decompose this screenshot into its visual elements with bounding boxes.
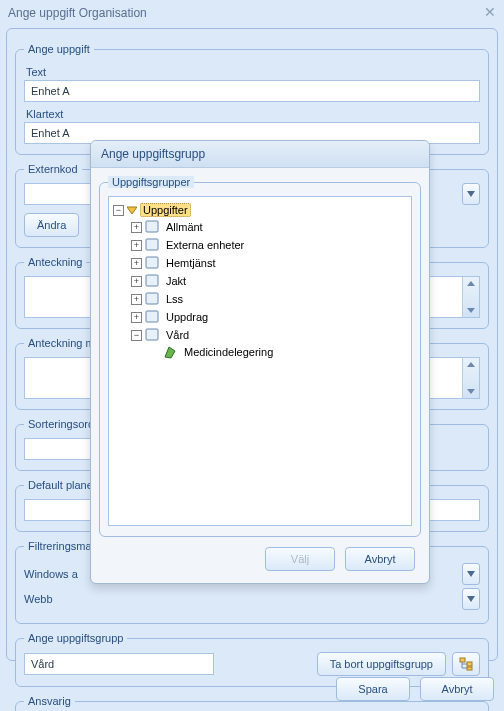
filtrering-webb-dropdown[interactable] <box>462 588 480 610</box>
externkod-legend: Externkod <box>24 163 82 175</box>
tree-picker-button[interactable] <box>452 652 480 676</box>
tree-node-allmant[interactable]: + Allmänt <box>131 219 411 235</box>
folder-icon <box>145 328 161 342</box>
chevron-down-icon <box>467 191 475 197</box>
scrollbar[interactable] <box>462 358 479 398</box>
close-icon[interactable]: ✕ <box>484 4 496 20</box>
filtreringsmall-legend: Filtreringsmall <box>24 540 100 552</box>
folder-icon <box>145 292 161 306</box>
popup-title: Ange uppgiftsgrupp <box>91 141 429 168</box>
dialog-footer: Spara Avbryt <box>336 677 494 701</box>
uppgiftsgrupper-tree[interactable]: − Uppgifter + Allmänt + Exte <box>108 196 412 526</box>
filtrering-webb-label: Webb <box>24 593 99 605</box>
chevron-down-icon <box>467 596 475 602</box>
svg-rect-4 <box>146 239 158 250</box>
tree-node-label: Lss <box>164 293 185 305</box>
filtrering-windows-dropdown[interactable] <box>462 563 480 585</box>
tree-node-label: Medicindelegering <box>182 346 275 358</box>
uppgiftsgrupper-group: Uppgiftsgrupper − Uppgifter + Allmänt <box>99 176 421 537</box>
tree-node-label: Hemtjänst <box>164 257 218 269</box>
chevron-down-icon <box>467 571 475 577</box>
ansvarig-legend: Ansvarig <box>24 695 75 707</box>
externkod-dropdown[interactable] <box>462 183 480 205</box>
tree-node-lss[interactable]: + Lss <box>131 291 411 307</box>
expand-icon[interactable]: + <box>131 222 142 233</box>
uppgiftsgrupp-popup: Ange uppgiftsgrupp Uppgiftsgrupper − Upp… <box>90 140 430 584</box>
valj-button[interactable]: Välj <box>265 547 335 571</box>
leaf-icon <box>163 345 179 359</box>
expand-icon[interactable]: + <box>131 312 142 323</box>
tree-node-label: Jakt <box>164 275 188 287</box>
filtrering-windows-label: Windows a <box>24 568 99 580</box>
tree-node-label: Uppdrag <box>164 311 210 323</box>
avbryt-button[interactable]: Avbryt <box>420 677 494 701</box>
tree-node-label: Allmänt <box>164 221 205 233</box>
svg-rect-9 <box>146 329 158 340</box>
ange-uppgiftsgrupp-legend: Ange uppgiftsgrupp <box>24 632 127 644</box>
svg-rect-5 <box>146 257 158 268</box>
default-plane-legend: Default plane <box>24 479 97 491</box>
tree-node-hemtjanst[interactable]: + Hemtjänst <box>131 255 411 271</box>
tree-node-label: Uppgifter <box>140 203 191 217</box>
uppgiftsgrupper-legend: Uppgiftsgrupper <box>108 176 194 188</box>
svg-rect-7 <box>146 293 158 304</box>
sorteringsordning-legend: Sorteringsord <box>24 418 98 430</box>
tree-node-externa[interactable]: + Externa enheter <box>131 237 411 253</box>
svg-rect-6 <box>146 275 158 286</box>
tree-node-root[interactable]: − Uppgifter <box>113 202 411 218</box>
scrollbar[interactable] <box>462 277 479 317</box>
svg-rect-3 <box>146 221 158 232</box>
popup-avbryt-button[interactable]: Avbryt <box>345 547 415 571</box>
svg-rect-1 <box>467 662 472 666</box>
andra-button[interactable]: Ändra <box>24 213 79 237</box>
anteckning-legend: Anteckning <box>24 256 86 268</box>
folder-icon <box>145 256 161 270</box>
expand-icon[interactable]: + <box>131 258 142 269</box>
text-input[interactable] <box>24 80 480 102</box>
text-label: Text <box>26 66 478 78</box>
chevron-down-icon <box>127 205 137 215</box>
window-title: Ange uppgift Organisation <box>8 6 147 20</box>
expand-icon[interactable]: + <box>131 294 142 305</box>
uppgiftsgrupp-input[interactable] <box>24 653 214 675</box>
folder-icon <box>145 238 161 252</box>
tree-icon <box>459 657 473 671</box>
ange-uppgift-legend: Ange uppgift <box>24 43 94 55</box>
folder-icon <box>145 274 161 288</box>
folder-icon <box>145 310 161 324</box>
collapse-icon[interactable]: − <box>113 205 124 216</box>
tree-node-uppdrag[interactable]: + Uppdrag <box>131 309 411 325</box>
anteckning-mobil-legend: Anteckning m <box>24 337 99 349</box>
tree-node-medicin[interactable]: · Medicindelegering <box>149 344 411 360</box>
folder-icon <box>145 220 161 234</box>
tree-node-jakt[interactable]: + Jakt <box>131 273 411 289</box>
spacer: · <box>149 347 160 358</box>
tree-node-label: Externa enheter <box>164 239 246 251</box>
ange-uppgift-group: Ange uppgift Text Klartext <box>15 43 489 155</box>
expand-icon[interactable]: + <box>131 240 142 251</box>
spara-button[interactable]: Spara <box>336 677 410 701</box>
ta-bort-uppgiftsgrupp-button[interactable]: Ta bort uppgiftsgrupp <box>317 652 446 676</box>
svg-rect-0 <box>460 658 465 662</box>
tree-node-label: Vård <box>164 329 191 341</box>
expand-icon[interactable]: + <box>131 276 142 287</box>
svg-rect-8 <box>146 311 158 322</box>
svg-rect-2 <box>467 667 472 670</box>
popup-footer: Välj Avbryt <box>91 545 429 575</box>
collapse-icon[interactable]: − <box>131 330 142 341</box>
tree-node-vard[interactable]: − Vård <box>131 327 411 343</box>
klartext-label: Klartext <box>26 108 478 120</box>
